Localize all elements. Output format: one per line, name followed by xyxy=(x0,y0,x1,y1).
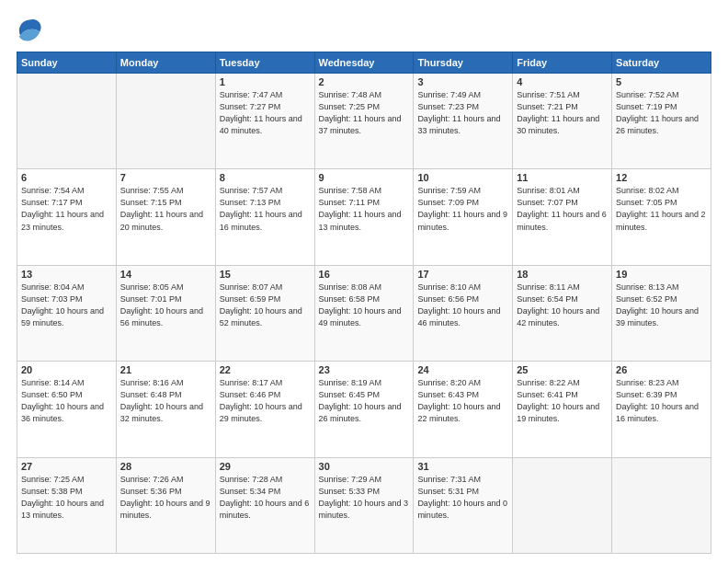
day-number: 5 xyxy=(616,76,707,87)
day-number: 19 xyxy=(616,269,707,280)
day-info: Sunrise: 7:31 AM Sunset: 5:31 PM Dayligh… xyxy=(417,474,508,522)
day-number: 28 xyxy=(120,461,211,472)
day-info: Sunrise: 8:14 AM Sunset: 6:50 PM Dayligh… xyxy=(21,377,112,425)
day-info: Sunrise: 8:13 AM Sunset: 6:52 PM Dayligh… xyxy=(616,282,707,329)
day-info: Sunrise: 7:58 AM Sunset: 7:11 PM Dayligh… xyxy=(319,185,410,233)
day-cell: 28Sunrise: 7:26 AM Sunset: 5:36 PM Dayli… xyxy=(116,457,215,553)
day-cell: 4Sunrise: 7:51 AM Sunset: 7:21 PM Daylig… xyxy=(513,74,612,169)
day-cell: 22Sunrise: 8:17 AM Sunset: 6:46 PM Dayli… xyxy=(215,362,314,457)
day-number: 30 xyxy=(319,461,410,472)
day-number: 7 xyxy=(120,172,211,183)
day-cell xyxy=(513,457,612,553)
day-cell: 18Sunrise: 8:11 AM Sunset: 6:54 PM Dayli… xyxy=(513,265,612,361)
day-number: 31 xyxy=(417,461,508,472)
day-info: Sunrise: 7:54 AM Sunset: 7:17 PM Dayligh… xyxy=(21,185,112,233)
day-number: 21 xyxy=(120,364,211,375)
day-number: 16 xyxy=(319,269,410,280)
day-cell: 27Sunrise: 7:25 AM Sunset: 5:38 PM Dayli… xyxy=(17,457,117,553)
week-row-5: 27Sunrise: 7:25 AM Sunset: 5:38 PM Dayli… xyxy=(17,457,711,553)
day-cell: 29Sunrise: 7:28 AM Sunset: 5:34 PM Dayli… xyxy=(215,457,314,553)
day-cell: 19Sunrise: 8:13 AM Sunset: 6:52 PM Dayli… xyxy=(612,265,711,361)
day-cell: 31Sunrise: 7:31 AM Sunset: 5:31 PM Dayli… xyxy=(414,457,513,553)
day-number: 6 xyxy=(21,172,112,183)
day-info: Sunrise: 7:48 AM Sunset: 7:25 PM Dayligh… xyxy=(319,89,410,137)
day-info: Sunrise: 8:08 AM Sunset: 6:58 PM Dayligh… xyxy=(319,282,410,329)
day-info: Sunrise: 7:28 AM Sunset: 5:34 PM Dayligh… xyxy=(220,474,311,522)
week-row-2: 6Sunrise: 7:54 AM Sunset: 7:17 PM Daylig… xyxy=(17,169,711,265)
weekday-header-row: SundayMondayTuesdayWednesdayThursdayFrid… xyxy=(17,52,711,74)
day-cell: 3Sunrise: 7:49 AM Sunset: 7:23 PM Daylig… xyxy=(414,74,513,169)
day-info: Sunrise: 7:26 AM Sunset: 5:36 PM Dayligh… xyxy=(120,474,211,522)
day-cell: 6Sunrise: 7:54 AM Sunset: 7:17 PM Daylig… xyxy=(17,169,117,265)
weekday-header-tuesday: Tuesday xyxy=(215,52,314,74)
day-number: 8 xyxy=(220,172,311,183)
day-cell: 1Sunrise: 7:47 AM Sunset: 7:27 PM Daylig… xyxy=(215,74,314,169)
day-cell: 7Sunrise: 7:55 AM Sunset: 7:15 PM Daylig… xyxy=(116,169,215,265)
day-cell: 9Sunrise: 7:58 AM Sunset: 7:11 PM Daylig… xyxy=(314,169,414,265)
day-info: Sunrise: 7:47 AM Sunset: 7:27 PM Dayligh… xyxy=(220,89,311,137)
day-number: 22 xyxy=(220,364,311,375)
day-cell: 20Sunrise: 8:14 AM Sunset: 6:50 PM Dayli… xyxy=(17,362,117,457)
logo-icon xyxy=(17,17,42,42)
week-row-1: 1Sunrise: 7:47 AM Sunset: 7:27 PM Daylig… xyxy=(17,74,711,169)
day-cell: 14Sunrise: 8:05 AM Sunset: 7:01 PM Dayli… xyxy=(116,265,215,361)
day-number: 11 xyxy=(517,172,608,183)
day-info: Sunrise: 7:55 AM Sunset: 7:15 PM Dayligh… xyxy=(120,185,211,233)
logo xyxy=(17,17,46,42)
day-cell: 26Sunrise: 8:23 AM Sunset: 6:39 PM Dayli… xyxy=(612,362,711,457)
day-info: Sunrise: 8:10 AM Sunset: 6:56 PM Dayligh… xyxy=(417,282,508,329)
day-cell: 10Sunrise: 7:59 AM Sunset: 7:09 PM Dayli… xyxy=(414,169,513,265)
day-info: Sunrise: 7:29 AM Sunset: 5:33 PM Dayligh… xyxy=(319,474,410,522)
day-number: 26 xyxy=(616,364,707,375)
day-number: 4 xyxy=(517,76,608,87)
day-info: Sunrise: 7:51 AM Sunset: 7:21 PM Dayligh… xyxy=(517,89,608,137)
day-info: Sunrise: 8:07 AM Sunset: 6:59 PM Dayligh… xyxy=(220,282,311,329)
day-cell: 30Sunrise: 7:29 AM Sunset: 5:33 PM Dayli… xyxy=(314,457,414,553)
day-cell: 11Sunrise: 8:01 AM Sunset: 7:07 PM Dayli… xyxy=(513,169,612,265)
day-number: 15 xyxy=(220,269,311,280)
weekday-header-sunday: Sunday xyxy=(17,52,117,74)
day-info: Sunrise: 8:11 AM Sunset: 6:54 PM Dayligh… xyxy=(517,282,608,329)
day-info: Sunrise: 8:02 AM Sunset: 7:05 PM Dayligh… xyxy=(616,185,707,233)
day-cell xyxy=(17,74,117,169)
day-info: Sunrise: 8:22 AM Sunset: 6:41 PM Dayligh… xyxy=(517,377,608,425)
day-number: 2 xyxy=(319,76,410,87)
day-number: 27 xyxy=(21,461,112,472)
day-cell: 12Sunrise: 8:02 AM Sunset: 7:05 PM Dayli… xyxy=(612,169,711,265)
day-number: 23 xyxy=(319,364,410,375)
day-info: Sunrise: 8:16 AM Sunset: 6:48 PM Dayligh… xyxy=(120,377,211,425)
day-info: Sunrise: 7:49 AM Sunset: 7:23 PM Dayligh… xyxy=(417,89,508,137)
day-info: Sunrise: 7:25 AM Sunset: 5:38 PM Dayligh… xyxy=(21,474,112,522)
weekday-header-saturday: Saturday xyxy=(612,52,711,74)
day-number: 9 xyxy=(319,172,410,183)
week-row-3: 13Sunrise: 8:04 AM Sunset: 7:03 PM Dayli… xyxy=(17,265,711,361)
weekday-header-friday: Friday xyxy=(513,52,612,74)
calendar-table: SundayMondayTuesdayWednesdayThursdayFrid… xyxy=(17,52,711,554)
day-cell: 2Sunrise: 7:48 AM Sunset: 7:25 PM Daylig… xyxy=(314,74,414,169)
weekday-header-wednesday: Wednesday xyxy=(314,52,414,74)
day-cell: 24Sunrise: 8:20 AM Sunset: 6:43 PM Dayli… xyxy=(414,362,513,457)
day-info: Sunrise: 8:05 AM Sunset: 7:01 PM Dayligh… xyxy=(120,282,211,329)
day-cell: 8Sunrise: 7:57 AM Sunset: 7:13 PM Daylig… xyxy=(215,169,314,265)
day-info: Sunrise: 8:01 AM Sunset: 7:07 PM Dayligh… xyxy=(517,185,608,233)
day-number: 18 xyxy=(517,269,608,280)
day-cell: 17Sunrise: 8:10 AM Sunset: 6:56 PM Dayli… xyxy=(414,265,513,361)
day-info: Sunrise: 8:23 AM Sunset: 6:39 PM Dayligh… xyxy=(616,377,707,425)
day-info: Sunrise: 7:57 AM Sunset: 7:13 PM Dayligh… xyxy=(220,185,311,233)
day-number: 29 xyxy=(220,461,311,472)
day-info: Sunrise: 7:52 AM Sunset: 7:19 PM Dayligh… xyxy=(616,89,707,137)
day-number: 12 xyxy=(616,172,707,183)
day-cell: 25Sunrise: 8:22 AM Sunset: 6:41 PM Dayli… xyxy=(513,362,612,457)
day-number: 14 xyxy=(120,269,211,280)
day-number: 13 xyxy=(21,269,112,280)
weekday-header-monday: Monday xyxy=(116,52,215,74)
day-cell xyxy=(116,74,215,169)
day-cell: 5Sunrise: 7:52 AM Sunset: 7:19 PM Daylig… xyxy=(612,74,711,169)
day-number: 17 xyxy=(417,269,508,280)
day-cell: 13Sunrise: 8:04 AM Sunset: 7:03 PM Dayli… xyxy=(17,265,117,361)
day-cell: 15Sunrise: 8:07 AM Sunset: 6:59 PM Dayli… xyxy=(215,265,314,361)
day-info: Sunrise: 8:04 AM Sunset: 7:03 PM Dayligh… xyxy=(21,282,112,329)
calendar-page: SundayMondayTuesdayWednesdayThursdayFrid… xyxy=(0,0,728,563)
day-info: Sunrise: 8:19 AM Sunset: 6:45 PM Dayligh… xyxy=(319,377,410,425)
day-cell: 23Sunrise: 8:19 AM Sunset: 6:45 PM Dayli… xyxy=(314,362,414,457)
